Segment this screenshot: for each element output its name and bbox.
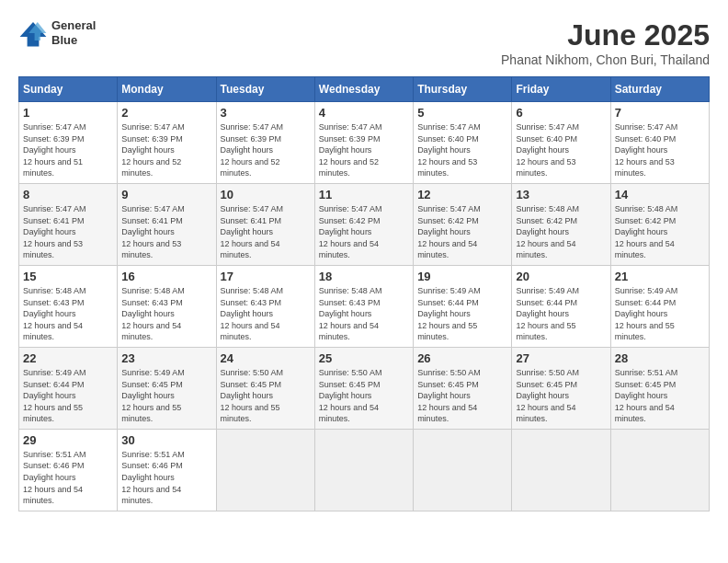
calendar-cell: 26 Sunrise: 5:50 AM Sunset: 6:45 PM Dayl… — [414, 347, 512, 429]
day-info: Sunrise: 5:47 AM Sunset: 6:39 PM Dayligh… — [221, 121, 311, 179]
calendar-cell: 20 Sunrise: 5:49 AM Sunset: 6:44 PM Dayl… — [512, 265, 610, 347]
day-info: Sunrise: 5:48 AM Sunset: 6:42 PM Dayligh… — [615, 203, 705, 261]
calendar-cell: 16 Sunrise: 5:48 AM Sunset: 6:43 PM Dayl… — [118, 265, 216, 347]
day-number: 28 — [615, 351, 705, 365]
day-info: Sunrise: 5:47 AM Sunset: 6:40 PM Dayligh… — [417, 121, 507, 179]
header-monday: Monday — [118, 77, 216, 102]
day-info: Sunrise: 5:47 AM Sunset: 6:39 PM Dayligh… — [121, 121, 211, 179]
day-info: Sunrise: 5:49 AM Sunset: 6:44 PM Dayligh… — [417, 285, 507, 343]
calendar-cell: 21 Sunrise: 5:49 AM Sunset: 6:44 PM Dayl… — [610, 265, 709, 347]
title-area: June 2025 Phanat Nikhom, Chon Buri, Thai… — [501, 18, 710, 67]
day-info: Sunrise: 5:47 AM Sunset: 6:41 PM Dayligh… — [121, 203, 211, 261]
logo-icon — [18, 18, 48, 48]
calendar-cell: 15 Sunrise: 5:48 AM Sunset: 6:43 PM Dayl… — [19, 265, 118, 347]
day-number: 11 — [319, 188, 409, 201]
calendar-cell: 22 Sunrise: 5:49 AM Sunset: 6:44 PM Dayl… — [19, 347, 118, 429]
day-number: 24 — [221, 351, 311, 365]
calendar-cell: 27 Sunrise: 5:50 AM Sunset: 6:45 PM Dayl… — [512, 347, 610, 429]
calendar-week-row: 29 Sunrise: 5:51 AM Sunset: 6:46 PM Dayl… — [19, 429, 710, 511]
day-info: Sunrise: 5:48 AM Sunset: 6:43 PM Dayligh… — [23, 285, 113, 343]
day-info: Sunrise: 5:51 AM Sunset: 6:45 PM Dayligh… — [615, 367, 705, 425]
day-number: 7 — [615, 106, 705, 120]
day-info: Sunrise: 5:50 AM Sunset: 6:45 PM Dayligh… — [516, 367, 606, 425]
day-number: 15 — [23, 270, 113, 283]
day-info: Sunrise: 5:47 AM Sunset: 6:42 PM Dayligh… — [417, 203, 507, 261]
day-number: 13 — [516, 188, 606, 201]
day-info: Sunrise: 5:47 AM Sunset: 6:41 PM Dayligh… — [221, 203, 311, 261]
day-info: Sunrise: 5:47 AM Sunset: 6:40 PM Dayligh… — [516, 121, 606, 179]
calendar-cell — [414, 429, 512, 511]
calendar-cell: 7 Sunrise: 5:47 AM Sunset: 6:40 PM Dayli… — [610, 102, 709, 184]
calendar-cell: 23 Sunrise: 5:49 AM Sunset: 6:45 PM Dayl… — [118, 347, 216, 429]
calendar-week-row: 22 Sunrise: 5:49 AM Sunset: 6:44 PM Dayl… — [19, 347, 710, 429]
calendar-cell: 11 Sunrise: 5:47 AM Sunset: 6:42 PM Dayl… — [314, 183, 413, 265]
calendar-cell: 10 Sunrise: 5:47 AM Sunset: 6:41 PM Dayl… — [216, 183, 314, 265]
day-number: 10 — [221, 188, 311, 201]
day-number: 2 — [121, 106, 211, 120]
day-info: Sunrise: 5:47 AM Sunset: 6:39 PM Dayligh… — [23, 121, 113, 179]
day-info: Sunrise: 5:47 AM Sunset: 6:39 PM Dayligh… — [319, 121, 409, 179]
day-info: Sunrise: 5:47 AM Sunset: 6:42 PM Dayligh… — [319, 203, 409, 261]
calendar-cell: 30 Sunrise: 5:51 AM Sunset: 6:46 PM Dayl… — [118, 429, 216, 511]
calendar-cell: 18 Sunrise: 5:48 AM Sunset: 6:43 PM Dayl… — [314, 265, 413, 347]
calendar-week-row: 8 Sunrise: 5:47 AM Sunset: 6:41 PM Dayli… — [19, 183, 710, 265]
calendar-week-row: 1 Sunrise: 5:47 AM Sunset: 6:39 PM Dayli… — [19, 102, 710, 184]
day-number: 17 — [221, 270, 311, 283]
day-number: 5 — [417, 106, 507, 120]
header-tuesday: Tuesday — [216, 77, 314, 102]
calendar-cell: 8 Sunrise: 5:47 AM Sunset: 6:41 PM Dayli… — [19, 183, 118, 265]
calendar-cell: 3 Sunrise: 5:47 AM Sunset: 6:39 PM Dayli… — [216, 102, 314, 184]
day-number: 4 — [319, 106, 409, 120]
day-number: 30 — [121, 433, 211, 447]
day-number: 9 — [121, 188, 211, 201]
day-number: 16 — [121, 270, 211, 283]
day-number: 8 — [23, 188, 113, 201]
day-number: 19 — [417, 270, 507, 283]
day-info: Sunrise: 5:49 AM Sunset: 6:44 PM Dayligh… — [23, 367, 113, 425]
location-title: Phanat Nikhom, Chon Buri, Thailand — [501, 52, 710, 67]
day-number: 25 — [319, 351, 409, 365]
calendar-cell: 25 Sunrise: 5:50 AM Sunset: 6:45 PM Dayl… — [314, 347, 413, 429]
day-number: 26 — [417, 351, 507, 365]
calendar: Sunday Monday Tuesday Wednesday Thursday… — [18, 76, 710, 511]
header-thursday: Thursday — [414, 77, 512, 102]
day-number: 6 — [516, 106, 606, 120]
logo-text: General Blue — [51, 18, 96, 47]
header-sunday: Sunday — [19, 77, 118, 102]
calendar-cell: 24 Sunrise: 5:50 AM Sunset: 6:45 PM Dayl… — [216, 347, 314, 429]
calendar-cell — [216, 429, 314, 511]
day-info: Sunrise: 5:50 AM Sunset: 6:45 PM Dayligh… — [221, 367, 311, 425]
day-info: Sunrise: 5:48 AM Sunset: 6:42 PM Dayligh… — [516, 203, 606, 261]
calendar-cell — [610, 429, 709, 511]
calendar-cell: 4 Sunrise: 5:47 AM Sunset: 6:39 PM Dayli… — [314, 102, 413, 184]
calendar-cell: 28 Sunrise: 5:51 AM Sunset: 6:45 PM Dayl… — [610, 347, 709, 429]
day-number: 1 — [23, 106, 113, 120]
day-number: 20 — [516, 270, 606, 283]
calendar-week-row: 15 Sunrise: 5:48 AM Sunset: 6:43 PM Dayl… — [19, 265, 710, 347]
calendar-cell: 29 Sunrise: 5:51 AM Sunset: 6:46 PM Dayl… — [19, 429, 118, 511]
day-number: 23 — [121, 351, 211, 365]
header-wednesday: Wednesday — [314, 77, 413, 102]
day-number: 3 — [221, 106, 311, 120]
day-info: Sunrise: 5:48 AM Sunset: 6:43 PM Dayligh… — [121, 285, 211, 343]
day-info: Sunrise: 5:51 AM Sunset: 6:46 PM Dayligh… — [121, 449, 211, 507]
day-info: Sunrise: 5:50 AM Sunset: 6:45 PM Dayligh… — [319, 367, 409, 425]
calendar-cell: 13 Sunrise: 5:48 AM Sunset: 6:42 PM Dayl… — [512, 183, 610, 265]
day-info: Sunrise: 5:47 AM Sunset: 6:40 PM Dayligh… — [615, 121, 705, 179]
calendar-cell: 6 Sunrise: 5:47 AM Sunset: 6:40 PM Dayli… — [512, 102, 610, 184]
day-number: 18 — [319, 270, 409, 283]
calendar-cell: 1 Sunrise: 5:47 AM Sunset: 6:39 PM Dayli… — [19, 102, 118, 184]
svg-marker-0 — [20, 22, 47, 46]
day-info: Sunrise: 5:51 AM Sunset: 6:46 PM Dayligh… — [23, 449, 113, 507]
day-info: Sunrise: 5:49 AM Sunset: 6:44 PM Dayligh… — [615, 285, 705, 343]
calendar-cell — [512, 429, 610, 511]
day-number: 12 — [417, 188, 507, 201]
calendar-cell: 14 Sunrise: 5:48 AM Sunset: 6:42 PM Dayl… — [610, 183, 709, 265]
calendar-cell: 12 Sunrise: 5:47 AM Sunset: 6:42 PM Dayl… — [414, 183, 512, 265]
day-number: 27 — [516, 351, 606, 365]
calendar-cell: 5 Sunrise: 5:47 AM Sunset: 6:40 PM Dayli… — [414, 102, 512, 184]
header-friday: Friday — [512, 77, 610, 102]
day-info: Sunrise: 5:50 AM Sunset: 6:45 PM Dayligh… — [417, 367, 507, 425]
header-saturday: Saturday — [610, 77, 709, 102]
calendar-cell: 2 Sunrise: 5:47 AM Sunset: 6:39 PM Dayli… — [118, 102, 216, 184]
